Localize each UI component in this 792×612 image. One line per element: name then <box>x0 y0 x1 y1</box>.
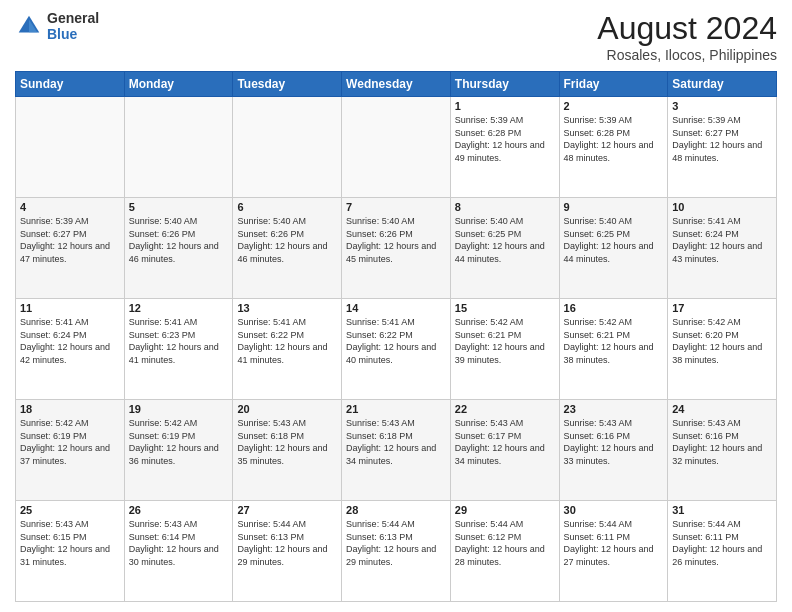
day-number: 13 <box>237 302 337 314</box>
day-number: 2 <box>564 100 664 112</box>
day-info: Sunrise: 5:40 AM Sunset: 6:25 PM Dayligh… <box>564 215 664 265</box>
calendar-cell: 15Sunrise: 5:42 AM Sunset: 6:21 PM Dayli… <box>450 299 559 400</box>
calendar-cell: 18Sunrise: 5:42 AM Sunset: 6:19 PM Dayli… <box>16 400 125 501</box>
day-info: Sunrise: 5:41 AM Sunset: 6:22 PM Dayligh… <box>346 316 446 366</box>
day-number: 30 <box>564 504 664 516</box>
calendar-cell: 7Sunrise: 5:40 AM Sunset: 6:26 PM Daylig… <box>342 198 451 299</box>
day-number: 24 <box>672 403 772 415</box>
day-info: Sunrise: 5:40 AM Sunset: 6:26 PM Dayligh… <box>237 215 337 265</box>
day-number: 15 <box>455 302 555 314</box>
day-number: 17 <box>672 302 772 314</box>
day-number: 9 <box>564 201 664 213</box>
day-info: Sunrise: 5:43 AM Sunset: 6:18 PM Dayligh… <box>237 417 337 467</box>
day-info: Sunrise: 5:39 AM Sunset: 6:27 PM Dayligh… <box>672 114 772 164</box>
calendar-cell: 5Sunrise: 5:40 AM Sunset: 6:26 PM Daylig… <box>124 198 233 299</box>
calendar-cell: 4Sunrise: 5:39 AM Sunset: 6:27 PM Daylig… <box>16 198 125 299</box>
day-number: 1 <box>455 100 555 112</box>
calendar-cell: 20Sunrise: 5:43 AM Sunset: 6:18 PM Dayli… <box>233 400 342 501</box>
weekday-header-row: SundayMondayTuesdayWednesdayThursdayFrid… <box>16 72 777 97</box>
day-info: Sunrise: 5:40 AM Sunset: 6:25 PM Dayligh… <box>455 215 555 265</box>
calendar-cell: 22Sunrise: 5:43 AM Sunset: 6:17 PM Dayli… <box>450 400 559 501</box>
calendar-cell: 17Sunrise: 5:42 AM Sunset: 6:20 PM Dayli… <box>668 299 777 400</box>
calendar-row: 1Sunrise: 5:39 AM Sunset: 6:28 PM Daylig… <box>16 97 777 198</box>
calendar-cell: 2Sunrise: 5:39 AM Sunset: 6:28 PM Daylig… <box>559 97 668 198</box>
day-number: 8 <box>455 201 555 213</box>
day-info: Sunrise: 5:41 AM Sunset: 6:24 PM Dayligh… <box>20 316 120 366</box>
calendar-cell: 31Sunrise: 5:44 AM Sunset: 6:11 PM Dayli… <box>668 501 777 602</box>
day-number: 27 <box>237 504 337 516</box>
day-number: 19 <box>129 403 229 415</box>
title-block: August 2024 Rosales, Ilocos, Philippines <box>597 10 777 63</box>
logo-icon <box>15 12 43 40</box>
calendar: SundayMondayTuesdayWednesdayThursdayFrid… <box>15 71 777 602</box>
logo-text: General Blue <box>47 10 99 42</box>
day-info: Sunrise: 5:41 AM Sunset: 6:22 PM Dayligh… <box>237 316 337 366</box>
day-info: Sunrise: 5:43 AM Sunset: 6:17 PM Dayligh… <box>455 417 555 467</box>
day-number: 23 <box>564 403 664 415</box>
day-info: Sunrise: 5:43 AM Sunset: 6:18 PM Dayligh… <box>346 417 446 467</box>
day-number: 12 <box>129 302 229 314</box>
weekday-header: Saturday <box>668 72 777 97</box>
day-info: Sunrise: 5:43 AM Sunset: 6:14 PM Dayligh… <box>129 518 229 568</box>
day-info: Sunrise: 5:39 AM Sunset: 6:28 PM Dayligh… <box>455 114 555 164</box>
calendar-cell: 16Sunrise: 5:42 AM Sunset: 6:21 PM Dayli… <box>559 299 668 400</box>
day-info: Sunrise: 5:42 AM Sunset: 6:21 PM Dayligh… <box>564 316 664 366</box>
day-number: 26 <box>129 504 229 516</box>
calendar-cell: 3Sunrise: 5:39 AM Sunset: 6:27 PM Daylig… <box>668 97 777 198</box>
calendar-row: 11Sunrise: 5:41 AM Sunset: 6:24 PM Dayli… <box>16 299 777 400</box>
day-number: 10 <box>672 201 772 213</box>
day-info: Sunrise: 5:42 AM Sunset: 6:19 PM Dayligh… <box>20 417 120 467</box>
day-info: Sunrise: 5:42 AM Sunset: 6:20 PM Dayligh… <box>672 316 772 366</box>
calendar-cell: 19Sunrise: 5:42 AM Sunset: 6:19 PM Dayli… <box>124 400 233 501</box>
day-info: Sunrise: 5:42 AM Sunset: 6:19 PM Dayligh… <box>129 417 229 467</box>
calendar-cell: 11Sunrise: 5:41 AM Sunset: 6:24 PM Dayli… <box>16 299 125 400</box>
day-info: Sunrise: 5:44 AM Sunset: 6:11 PM Dayligh… <box>564 518 664 568</box>
weekday-header: Friday <box>559 72 668 97</box>
calendar-cell <box>233 97 342 198</box>
day-info: Sunrise: 5:40 AM Sunset: 6:26 PM Dayligh… <box>346 215 446 265</box>
day-info: Sunrise: 5:42 AM Sunset: 6:21 PM Dayligh… <box>455 316 555 366</box>
calendar-cell: 23Sunrise: 5:43 AM Sunset: 6:16 PM Dayli… <box>559 400 668 501</box>
calendar-cell: 6Sunrise: 5:40 AM Sunset: 6:26 PM Daylig… <box>233 198 342 299</box>
calendar-cell: 25Sunrise: 5:43 AM Sunset: 6:15 PM Dayli… <box>16 501 125 602</box>
calendar-cell: 13Sunrise: 5:41 AM Sunset: 6:22 PM Dayli… <box>233 299 342 400</box>
calendar-cell: 24Sunrise: 5:43 AM Sunset: 6:16 PM Dayli… <box>668 400 777 501</box>
calendar-cell: 1Sunrise: 5:39 AM Sunset: 6:28 PM Daylig… <box>450 97 559 198</box>
weekday-header: Sunday <box>16 72 125 97</box>
calendar-cell <box>16 97 125 198</box>
header: General Blue August 2024 Rosales, Ilocos… <box>15 10 777 63</box>
calendar-cell: 14Sunrise: 5:41 AM Sunset: 6:22 PM Dayli… <box>342 299 451 400</box>
calendar-row: 18Sunrise: 5:42 AM Sunset: 6:19 PM Dayli… <box>16 400 777 501</box>
calendar-cell: 30Sunrise: 5:44 AM Sunset: 6:11 PM Dayli… <box>559 501 668 602</box>
day-number: 29 <box>455 504 555 516</box>
day-number: 7 <box>346 201 446 213</box>
day-number: 28 <box>346 504 446 516</box>
day-number: 31 <box>672 504 772 516</box>
day-number: 18 <box>20 403 120 415</box>
logo: General Blue <box>15 10 99 42</box>
calendar-cell: 8Sunrise: 5:40 AM Sunset: 6:25 PM Daylig… <box>450 198 559 299</box>
day-number: 11 <box>20 302 120 314</box>
day-number: 22 <box>455 403 555 415</box>
calendar-cell: 29Sunrise: 5:44 AM Sunset: 6:12 PM Dayli… <box>450 501 559 602</box>
calendar-cell: 9Sunrise: 5:40 AM Sunset: 6:25 PM Daylig… <box>559 198 668 299</box>
calendar-cell <box>342 97 451 198</box>
day-number: 14 <box>346 302 446 314</box>
day-info: Sunrise: 5:39 AM Sunset: 6:28 PM Dayligh… <box>564 114 664 164</box>
calendar-cell: 12Sunrise: 5:41 AM Sunset: 6:23 PM Dayli… <box>124 299 233 400</box>
day-info: Sunrise: 5:43 AM Sunset: 6:16 PM Dayligh… <box>564 417 664 467</box>
day-number: 5 <box>129 201 229 213</box>
logo-general: General <box>47 10 99 26</box>
day-info: Sunrise: 5:40 AM Sunset: 6:26 PM Dayligh… <box>129 215 229 265</box>
calendar-cell: 21Sunrise: 5:43 AM Sunset: 6:18 PM Dayli… <box>342 400 451 501</box>
calendar-cell: 26Sunrise: 5:43 AM Sunset: 6:14 PM Dayli… <box>124 501 233 602</box>
weekday-header: Monday <box>124 72 233 97</box>
day-number: 21 <box>346 403 446 415</box>
day-number: 3 <box>672 100 772 112</box>
day-number: 4 <box>20 201 120 213</box>
day-info: Sunrise: 5:44 AM Sunset: 6:13 PM Dayligh… <box>237 518 337 568</box>
location: Rosales, Ilocos, Philippines <box>597 47 777 63</box>
calendar-cell: 10Sunrise: 5:41 AM Sunset: 6:24 PM Dayli… <box>668 198 777 299</box>
day-info: Sunrise: 5:44 AM Sunset: 6:13 PM Dayligh… <box>346 518 446 568</box>
weekday-header: Wednesday <box>342 72 451 97</box>
